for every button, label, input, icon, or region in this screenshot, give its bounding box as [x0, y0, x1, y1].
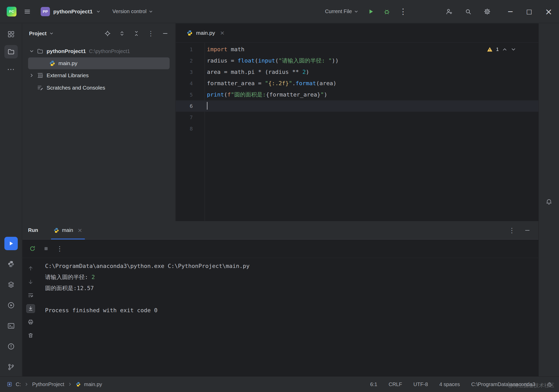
down-stack-trace-button[interactable] — [26, 277, 35, 286]
readonly-toggle-button[interactable] — [547, 381, 552, 387]
main-menu-button[interactable] — [24, 8, 31, 15]
project-panel-options-button[interactable]: ⋮ — [147, 30, 154, 37]
collapse-all-button[interactable] — [133, 30, 140, 37]
expand-all-button[interactable] — [119, 30, 125, 37]
more-tool-windows-button[interactable]: ⋯ — [4, 63, 18, 76]
titlebar-system-actions — [446, 8, 491, 15]
cursor-position-widget[interactable]: 6:1 — [370, 381, 377, 387]
print-button[interactable] — [26, 318, 35, 326]
console-line: Process finished with exit code 0 — [45, 305, 533, 316]
project-tool-button[interactable] — [4, 45, 18, 58]
hide-project-panel-button[interactable] — [162, 30, 169, 37]
tree-item-main-py[interactable]: main.py — [28, 57, 170, 69]
services-button[interactable] — [4, 278, 18, 291]
run-config-selector[interactable]: Current File — [325, 8, 359, 14]
code-line[interactable]: 1import math — [176, 44, 538, 55]
run-tab-main[interactable]: main × — [49, 221, 87, 239]
code-with-me-button[interactable] — [446, 8, 453, 15]
run-panel-header: Run main × ⋮ — [22, 221, 538, 240]
rerun-button[interactable] — [29, 245, 36, 252]
project-panel-header: Project ⋮ — [22, 23, 175, 43]
soft-wrap-button[interactable] — [26, 291, 35, 300]
printer-icon — [28, 319, 34, 325]
problems-icon — [7, 343, 15, 350]
line-number: 6 — [176, 100, 205, 112]
code-line[interactable]: 6 — [176, 100, 538, 112]
clear-console-button[interactable] — [26, 331, 35, 340]
close-tab-button[interactable]: × — [220, 30, 225, 36]
close-button[interactable]: × — [545, 7, 553, 16]
console-output[interactable]: C:\ProgramData\anaconda3\python.exe C:\P… — [39, 258, 538, 376]
project-selector[interactable]: PP pythonProject1 — [41, 7, 101, 16]
minimize-button[interactable]: − — [507, 8, 513, 15]
code-line[interactable]: 2radius = float(input("请输入圆的半径: ")) — [176, 55, 538, 66]
code-line[interactable]: 4formatter_area = "{:.2f}".format(area) — [176, 78, 538, 89]
project-tool-window: Project ⋮ — [22, 23, 176, 221]
chevron-right-icon[interactable] — [29, 73, 34, 78]
code-lines: 1import math2radius = float(input("请输入圆的… — [176, 44, 538, 134]
notifications-button[interactable] — [545, 27, 553, 376]
code-line[interactable]: 3area = math.pi * (radius ** 2) — [176, 66, 538, 78]
debug-button[interactable] — [383, 8, 390, 15]
terminal-button[interactable] — [4, 319, 18, 333]
tree-item-project-root[interactable]: pythonProject1 C:\pythonProject1 — [22, 45, 175, 57]
run-header-actions: ⋮ — [509, 227, 531, 234]
collapse-all-icon — [133, 30, 140, 37]
kebab-icon: ⋮ — [399, 8, 407, 15]
maximize-button[interactable]: □ — [526, 8, 532, 15]
version-control-menu[interactable]: Version control — [112, 8, 153, 14]
version-control-tool-button[interactable] — [4, 360, 18, 374]
stop-button[interactable] — [43, 246, 49, 252]
search-everywhere-button[interactable] — [465, 8, 472, 15]
run-button[interactable] — [367, 8, 374, 15]
text-caret — [207, 102, 207, 110]
terminal-icon — [7, 322, 15, 330]
interpreter-widget[interactable]: C:\ProgramData\anaconda3 — [471, 381, 535, 387]
previous-problem-button[interactable] — [502, 47, 508, 52]
python-packages-button[interactable] — [4, 257, 18, 271]
more-run-actions-button[interactable]: ⋮ — [399, 8, 407, 15]
run-tool-button[interactable] — [4, 237, 18, 250]
code-line[interactable]: 5print(f"圆的面积是:{formatter_area}") — [176, 89, 538, 100]
select-opened-file-button[interactable] — [104, 30, 111, 37]
editor-body[interactable]: 1import math2radius = float(input("请输入圆的… — [176, 43, 538, 221]
version-control-label: Version control — [112, 8, 146, 14]
code-line[interactable]: 7 — [176, 112, 538, 123]
settings-button[interactable] — [484, 8, 491, 15]
tree-item-scratches[interactable]: Scratches and Consoles — [22, 82, 175, 94]
editor-tab-main-py[interactable]: main.py × — [176, 23, 231, 42]
python-console-button[interactable] — [4, 299, 18, 312]
project-panel-actions: ⋮ — [104, 30, 169, 37]
line-number: 7 — [176, 112, 205, 123]
code-line[interactable]: 8 — [176, 123, 538, 134]
debug-bug-icon — [383, 8, 390, 15]
arrow-up-icon — [28, 265, 34, 272]
run-tool-window: Run main × ⋮ — [22, 221, 538, 376]
encoding-widget[interactable]: UTF-8 — [413, 381, 428, 387]
hide-run-panel-button[interactable] — [524, 227, 531, 234]
chevron-down-icon[interactable] — [29, 49, 34, 54]
pycharm-logo-icon[interactable]: PC — [7, 7, 16, 16]
code-text: import math — [205, 44, 244, 55]
project-view-selector[interactable]: Project — [29, 31, 54, 37]
tool-windows-button[interactable] — [4, 28, 18, 41]
up-stack-trace-button[interactable] — [26, 264, 35, 273]
tree-item-external-libraries[interactable]: External Libraries — [22, 69, 175, 82]
problems-button[interactable] — [4, 340, 18, 353]
chevron-down-icon — [354, 9, 359, 14]
scroll-to-end-button[interactable] — [26, 304, 35, 313]
tool-windows-icon — [7, 30, 15, 38]
breadcrumb-drive[interactable]: C: — [16, 381, 21, 387]
python-file-icon — [76, 382, 81, 387]
stop-icon — [43, 246, 49, 252]
close-run-tab-button[interactable]: × — [77, 228, 82, 233]
indent-widget[interactable]: 4 spaces — [439, 381, 460, 387]
console-more-options-button[interactable]: ⋮ — [56, 245, 63, 252]
line-separator-widget[interactable]: CRLF — [389, 381, 402, 387]
run-panel-options-button[interactable]: ⋮ — [509, 227, 515, 234]
kebab-icon: ⋮ — [147, 30, 154, 37]
breadcrumb-project[interactable]: PythonProject — [32, 381, 64, 387]
next-problem-button[interactable] — [511, 47, 516, 52]
breadcrumb-file[interactable]: main.py — [84, 381, 102, 387]
code-text: formatter_area = "{:.2f}".format(area) — [205, 78, 336, 89]
